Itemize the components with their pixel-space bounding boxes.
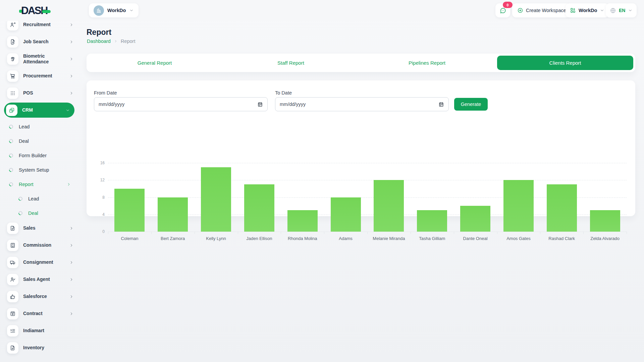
bullet-icon xyxy=(8,167,14,173)
sidebar-item-inventory[interactable]: Inventory xyxy=(7,342,74,354)
create-workspace-button[interactable]: Create Workspace xyxy=(512,3,571,17)
bar-melanie-miranda xyxy=(374,180,404,232)
building-icon xyxy=(96,8,102,13)
report-tabs: General ReportStaff ReportPipelines Repo… xyxy=(87,54,635,72)
chevron-down-icon xyxy=(129,8,134,13)
gridline xyxy=(108,163,627,163)
bar-amos-gates xyxy=(503,180,534,232)
app-logo[interactable]: DASH xyxy=(19,5,51,17)
messages-button[interactable]: 0 xyxy=(495,3,510,17)
sidebar-item-procurement[interactable]: Procurement xyxy=(7,70,74,82)
messages-badge: 0 xyxy=(503,2,513,8)
bar-zelda-alvarado xyxy=(590,210,620,232)
chevron-right-icon xyxy=(66,182,71,187)
sidebar-item-label: CRM xyxy=(22,107,61,113)
x-axis-label: Tasha Gilliam xyxy=(411,236,454,241)
chevron-right-icon xyxy=(69,91,74,96)
report-content-card: From Date To Date mm/dd/yyyy mm/dd/yyyy … xyxy=(87,80,635,216)
sidebar-item-label: Salesforce xyxy=(23,294,64,300)
to-date-input[interactable]: mm/dd/yyyy xyxy=(275,97,449,111)
breadcrumb-dashboard-link[interactable]: Dashboard xyxy=(87,39,111,44)
sidebar-subitem-deal[interactable]: Deal xyxy=(9,136,71,146)
sidebar-item-label: Form Builder xyxy=(19,153,71,159)
sidebar-item-label: Consignment xyxy=(23,259,64,265)
sidebar-item-job-search[interactable]: Job Search xyxy=(7,36,74,48)
thumbs-up-icon xyxy=(7,291,18,302)
calendar-icon[interactable] xyxy=(438,102,444,107)
bar-coleman xyxy=(114,189,145,232)
to-date-placeholder: mm/dd/yyyy xyxy=(280,102,306,107)
sidebar-item-label: POS xyxy=(23,90,64,96)
sidebar-subitem-deal[interactable]: Deal xyxy=(18,208,71,218)
breadcrumb-current: Report xyxy=(121,39,136,44)
sidebar-item-label: Deal xyxy=(19,138,71,144)
x-axis-tick xyxy=(454,232,454,234)
tab-general-report[interactable]: General Report xyxy=(87,54,223,72)
y-axis-label: 16 xyxy=(87,161,105,165)
x-axis-label: Melanie Miranda xyxy=(367,236,411,241)
sidebar-subitem-report[interactable]: Report xyxy=(9,179,71,189)
sidebar-subitem-system-setup[interactable]: System Setup xyxy=(9,165,71,175)
x-axis-tick xyxy=(627,232,627,234)
sidebar-item-sales[interactable]: Sales xyxy=(7,223,74,234)
x-axis-label: Rashad Clark xyxy=(540,236,583,241)
x-axis-label: Dante Oneal xyxy=(454,236,497,241)
sidebar-item-label: Job Search xyxy=(23,39,64,45)
sidebar-item-label: Sales xyxy=(23,225,64,231)
x-axis-tick xyxy=(238,232,238,234)
generate-button[interactable]: Generate xyxy=(454,98,488,111)
sidebar-item-contract[interactable]: Contract xyxy=(7,308,74,319)
sidebar-item-salesforce[interactable]: Salesforce xyxy=(7,291,74,302)
from-date-input[interactable]: mm/dd/yyyy xyxy=(94,97,268,111)
y-axis-label: 8 xyxy=(87,195,105,200)
breadcrumb: Dashboard Report xyxy=(87,39,135,44)
sidebar-item-label: Procurement xyxy=(23,73,64,79)
sidebar-item-label: Lead xyxy=(28,196,71,202)
sidebar-item-crm[interactable]: CRM xyxy=(4,103,74,118)
sidebar-subitem-form-builder[interactable]: Form Builder xyxy=(9,150,71,161)
document-search-icon xyxy=(7,36,18,48)
bullet-icon xyxy=(8,182,14,187)
sidebar-item-biometric-attendance[interactable]: Biometric Attendance xyxy=(7,53,74,65)
sidebar-item-consignment[interactable]: Consignment xyxy=(7,257,74,268)
sidebar-subitem-lead[interactable]: Lead xyxy=(9,122,71,132)
x-axis-tick xyxy=(195,232,195,234)
sidebar-item-indiamart[interactable]: Indiamart xyxy=(7,325,74,337)
sidebar-item-label: Report xyxy=(19,181,61,187)
chevron-right-icon xyxy=(69,74,74,78)
x-axis-label: Bert Zamora xyxy=(151,236,195,241)
sidebar-item-label: Deal xyxy=(28,210,71,216)
x-axis-label: Coleman xyxy=(108,236,151,241)
x-axis-tick xyxy=(540,232,540,234)
language-label: EN xyxy=(619,8,625,13)
tab-pipelines-report[interactable]: Pipelines Report xyxy=(359,54,495,72)
fingerprint-icon xyxy=(7,53,18,65)
tab-clients-report[interactable]: Clients Report xyxy=(497,56,633,70)
chevron-down-icon xyxy=(628,8,633,13)
x-axis-label: Zelda Alvarado xyxy=(583,236,627,241)
sidebar-item-label: Commission xyxy=(23,242,64,248)
user-plus-icon xyxy=(7,19,18,31)
sidebar-item-recruitment[interactable]: Recruitment xyxy=(7,19,74,31)
from-date-placeholder: mm/dd/yyyy xyxy=(99,102,124,107)
bullet-icon xyxy=(8,138,14,144)
sidebar-item-pos[interactable]: POS xyxy=(7,87,74,99)
sidebar-subitem-lead[interactable]: Lead xyxy=(18,194,71,204)
sidebar-nav: RecruitmentJob SearchBiometric Attendanc… xyxy=(0,0,78,362)
language-selector[interactable]: EN xyxy=(606,3,637,17)
bar-tasha-gilliam xyxy=(417,210,447,232)
x-axis-label: Amos Gates xyxy=(497,236,540,241)
file-icon xyxy=(7,223,18,234)
tab-staff-report[interactable]: Staff Report xyxy=(223,54,359,72)
chevron-down-icon xyxy=(600,8,604,13)
sidebar-item-commission[interactable]: Commission xyxy=(7,240,74,251)
workdo-menu-button[interactable]: WorkDo xyxy=(566,3,609,17)
bar-jaden-ellison xyxy=(244,184,274,232)
grid-dots-icon xyxy=(7,87,18,99)
x-axis-tick xyxy=(151,232,152,234)
sidebar-item-sales-agent[interactable]: Sales Agent xyxy=(7,274,74,285)
from-date-label: From Date xyxy=(94,90,117,96)
x-axis-tick xyxy=(411,232,411,234)
calendar-icon[interactable] xyxy=(257,102,263,107)
workspace-switcher[interactable]: WorkDo xyxy=(89,3,139,17)
